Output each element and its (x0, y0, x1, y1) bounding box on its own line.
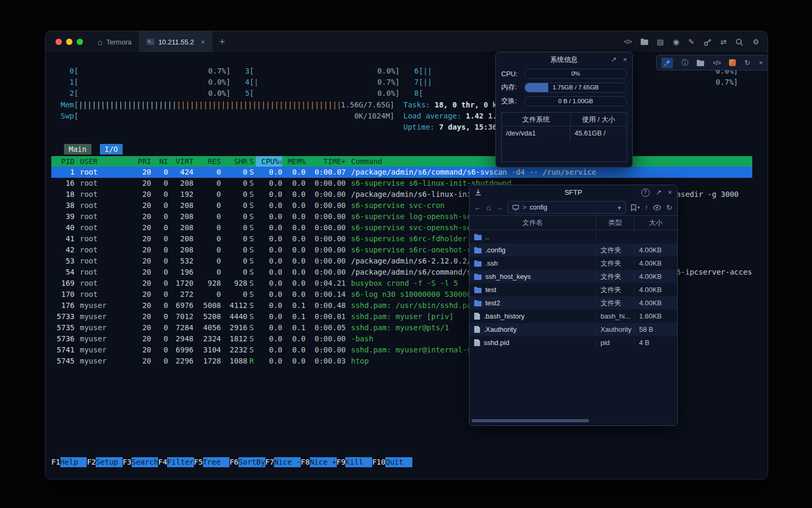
process-shr: 0 (221, 222, 247, 233)
sftp-file-row[interactable]: .config 文件夹 4.00KB (469, 243, 677, 257)
close-window-button[interactable] (56, 39, 62, 45)
open-in-window-icon[interactable]: ↗ (656, 188, 662, 196)
fkey-button[interactable]: F8Nice + (301, 457, 336, 467)
col-time[interactable]: TIME+ (306, 156, 346, 167)
close-panel-icon[interactable]: × (668, 188, 672, 196)
open-in-window-icon[interactable]: ↗ (611, 56, 617, 64)
snippets-icon[interactable]: </> (624, 39, 631, 45)
port-forward-icon[interactable]: ⇄ (721, 38, 727, 46)
back-icon[interactable]: ← (474, 204, 482, 211)
process-pid: 5735 (51, 322, 75, 333)
minimize-window-button[interactable] (66, 39, 72, 45)
record-macro-icon[interactable]: ◉ (673, 38, 679, 46)
fkey-button[interactable]: F7Nice - (265, 457, 301, 467)
fkey-button[interactable]: F10Quit (372, 457, 412, 467)
sftp-file-row[interactable]: test 文件夹 4.00KB (469, 283, 677, 296)
col-pid[interactable]: PID (51, 156, 75, 167)
mem-cache-segment: ||||||||||||||||||||||||||||||||||||| (177, 101, 341, 109)
horizontal-scrollbar-thumb[interactable] (472, 419, 589, 422)
pin-icon[interactable] (661, 58, 673, 68)
col-mem[interactable]: MEM% (282, 156, 306, 167)
cpu-meter-value: 0.0%] (208, 77, 230, 88)
sftp-file-list: .. .config 文件夹 (469, 230, 677, 349)
settings-gear-icon[interactable]: ⚙ (752, 38, 759, 46)
help-icon[interactable]: ? (641, 188, 650, 197)
col-virt[interactable]: VIRT (168, 156, 193, 167)
file-size: 4.00KB (634, 259, 677, 267)
file-type: 文件夹 (596, 285, 634, 295)
path-breadcrumb[interactable]: > config ▾ (508, 201, 625, 214)
show-hidden-eye-icon[interactable] (653, 205, 661, 211)
zoom-window-button[interactable] (77, 39, 83, 45)
home-icon[interactable]: ⌂ (486, 204, 491, 211)
process-mem: 0.0 (282, 244, 306, 256)
col-user[interactable]: USER (75, 156, 130, 167)
process-ni: 0 (151, 311, 168, 322)
filesystem-row[interactable]: /dev/vda1 45.61GB / 58.3... (502, 126, 626, 140)
key-manager-icon[interactable] (704, 38, 712, 46)
process-cpu: 0.0 (256, 267, 282, 278)
fkey-button[interactable]: F2Setup (87, 457, 122, 467)
file-size: 1.60KB (634, 312, 677, 320)
cpu-meter-bar (78, 66, 208, 77)
sftp-file-row[interactable]: .ssh 文件夹 4.00KB (469, 257, 677, 270)
process-row[interactable]: 1 root 20 0 424 0 0 S 0.0 0.0 0:00.07 /p… (51, 167, 752, 178)
process-pid: 5741 (51, 344, 75, 356)
log-icon[interactable]: ▤ (657, 38, 664, 46)
screen-tab-main[interactable]: Main (64, 144, 91, 155)
sftp-file-row[interactable]: ssh_host_keys 文件夹 4.00KB (469, 270, 677, 283)
process-res: 0 (193, 233, 221, 244)
col-s[interactable]: S (247, 156, 256, 167)
sftp-file-row[interactable]: .. (469, 230, 677, 243)
search-icon[interactable] (735, 38, 743, 46)
cpu-meter-label: 2 (60, 88, 74, 99)
col-res[interactable]: RES (193, 156, 221, 167)
col-filesize[interactable]: 大小 (634, 216, 677, 230)
col-ni[interactable]: NI (151, 156, 168, 167)
refresh-icon[interactable]: ↻ (666, 204, 672, 211)
process-cpu: 0.0 (256, 167, 282, 178)
sftp-file-row[interactable]: sshd.pid pid 4 B (469, 336, 677, 349)
col-filename[interactable]: 文件名 (469, 216, 596, 230)
terminal-icon: >_ (146, 39, 155, 45)
sftp-file-row[interactable]: .bash_history bash_hi... 1.60KB (469, 310, 677, 323)
forward-icon[interactable]: → (495, 204, 503, 211)
tab-host[interactable]: >_ 10.211.55.2 × (139, 31, 213, 52)
chevron-down-icon[interactable]: ▾ (617, 204, 621, 212)
process-res: 1728 (193, 356, 221, 367)
fkey-button[interactable]: F4Filter (158, 457, 193, 467)
files-icon[interactable] (697, 60, 704, 66)
col-cpu-sorted[interactable]: CPU%▽ (256, 156, 282, 167)
process-res: 3104 (193, 344, 221, 356)
sftp-file-row[interactable]: test2 文件夹 4.00KB (469, 296, 677, 310)
fkey-button[interactable]: F6SortBy (229, 457, 265, 467)
fkey-button[interactable]: F5Tree (194, 457, 229, 467)
process-user: root (75, 233, 130, 244)
close-panel-icon[interactable]: × (623, 56, 627, 64)
close-toolbar-icon[interactable]: × (759, 59, 763, 66)
fkey-button[interactable]: F3Search (123, 457, 158, 467)
fkey-button[interactable]: F9Kill (337, 457, 372, 467)
folder-icon[interactable] (641, 39, 648, 45)
bookmarks-control[interactable]: ▾ (631, 204, 640, 211)
edit-icon[interactable]: ✎ (688, 38, 695, 46)
fkey-button[interactable]: F1Help (51, 457, 87, 467)
transfer-download-icon[interactable] (475, 189, 482, 196)
new-tab-button[interactable]: + (213, 31, 232, 52)
process-shr: 0 (221, 244, 247, 256)
process-virt: 208 (168, 211, 193, 222)
close-tab-icon[interactable]: × (201, 38, 205, 46)
refresh-icon[interactable]: ↻ (744, 59, 750, 66)
info-icon[interactable]: ⓘ (681, 59, 688, 66)
col-pri[interactable]: PRI (130, 156, 151, 167)
screen-tab-io[interactable]: I/O (100, 144, 123, 155)
app-badge-icon[interactable] (729, 59, 736, 66)
memory-usage-value: 1.75GB / 7.65GB (525, 83, 626, 92)
process-res: 5208 (193, 311, 221, 322)
tab-termora[interactable]: ⌂ Termora (90, 31, 139, 52)
col-filetype[interactable]: 类型 (596, 216, 634, 230)
terminal-code-icon[interactable]: </> (713, 60, 721, 66)
col-shr[interactable]: SHR (221, 156, 247, 167)
upload-icon[interactable]: ↑ (644, 204, 648, 211)
sftp-file-row[interactable]: .Xauthority Xauthority 58 B (469, 323, 677, 336)
